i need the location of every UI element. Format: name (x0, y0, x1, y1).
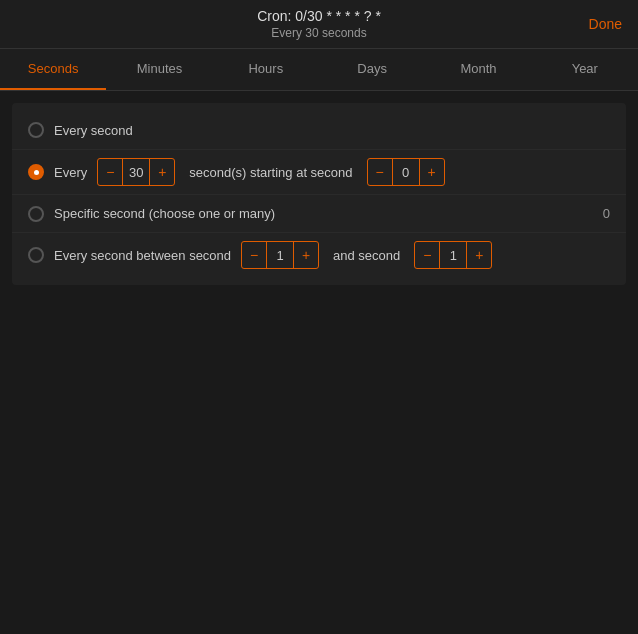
every-second-label: Every second (54, 123, 133, 138)
header: Cron: 0/30 * * * * ? * Every 30 seconds … (0, 0, 638, 49)
between-to-spinner: − 1 + (414, 241, 492, 269)
options-panel: Every second Every − 30 + second(s) star… (12, 103, 626, 285)
tab-year[interactable]: Year (532, 49, 638, 90)
between-from-increment[interactable]: + (294, 242, 318, 268)
between-from-value: 1 (266, 242, 294, 268)
done-button[interactable]: Done (589, 16, 622, 32)
start-at-increment[interactable]: + (420, 159, 444, 185)
between-to-decrement[interactable]: − (415, 242, 439, 268)
between-to-increment[interactable]: + (467, 242, 491, 268)
radio-every-second[interactable] (28, 122, 44, 138)
every-n-spinner: − 30 + (97, 158, 175, 186)
every-n-label: Every (54, 165, 87, 180)
between-from-decrement[interactable]: − (242, 242, 266, 268)
option-between-row: Every second between second − 1 + and se… (12, 232, 626, 277)
start-at-decrement[interactable]: − (368, 159, 392, 185)
specific-label: Specific second (choose one or many) (54, 206, 275, 221)
between-label: Every second between second (54, 248, 231, 263)
specific-right-value: 0 (603, 206, 610, 221)
tabs-bar: Seconds Minutes Hours Days Month Year (0, 49, 638, 91)
every-n-increment[interactable]: + (150, 159, 174, 185)
radio-specific[interactable] (28, 206, 44, 222)
every-n-value: 30 (122, 159, 150, 185)
radio-every-n[interactable] (28, 164, 44, 180)
option-every-second-row: Every second (12, 111, 626, 149)
tab-minutes[interactable]: Minutes (106, 49, 212, 90)
tab-month[interactable]: Month (425, 49, 531, 90)
start-at-spinner: − 0 + (367, 158, 445, 186)
start-at-value: 0 (392, 159, 420, 185)
and-second-text: and second (329, 248, 404, 263)
cron-description: Every 30 seconds (16, 26, 622, 40)
tab-seconds[interactable]: Seconds (0, 49, 106, 90)
option-every-n-row: Every − 30 + second(s) starting at secon… (12, 149, 626, 194)
every-n-decrement[interactable]: − (98, 159, 122, 185)
tab-days[interactable]: Days (319, 49, 425, 90)
between-from-spinner: − 1 + (241, 241, 319, 269)
radio-between[interactable] (28, 247, 44, 263)
cron-expression: Cron: 0/30 * * * * ? * (16, 8, 622, 24)
option-specific-row: Specific second (choose one or many) 0 (12, 194, 626, 232)
between-to-value: 1 (439, 242, 467, 268)
tab-hours[interactable]: Hours (213, 49, 319, 90)
every-n-middle-text: second(s) starting at second (185, 165, 356, 180)
